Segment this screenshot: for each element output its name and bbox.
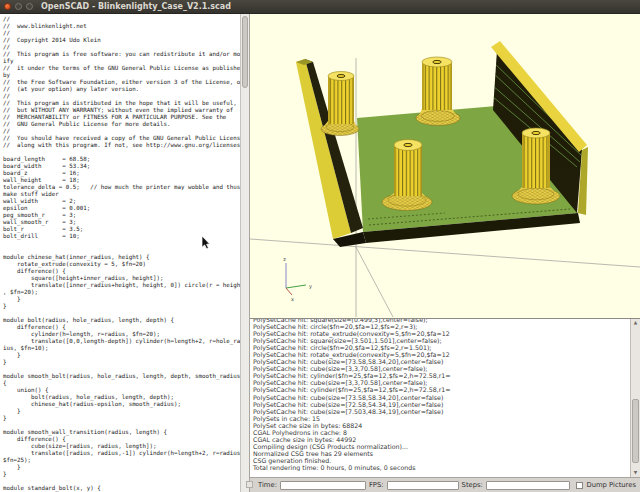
code-line: // <box>3 16 239 23</box>
code-line: module smooth_bolt(radius, hole_radius, … <box>3 373 239 380</box>
splitter-grip[interactable] <box>246 481 253 488</box>
mouse-cursor-icon <box>201 236 211 251</box>
viewport-panel: z y x <box>250 14 640 318</box>
editor-scrollbar-thumb[interactable] <box>242 16 248 88</box>
bolt-post-back-left <box>321 72 359 136</box>
code-line: wall_smooth_r = 3; <box>3 219 239 226</box>
code-line: } <box>3 464 239 471</box>
code-line: translate([radius, radius,-1]) cylinder(… <box>3 450 239 457</box>
code-line: } <box>3 471 239 478</box>
code-line: } <box>3 296 239 303</box>
console-line: Total rendering time: 0 hours, 0 minutes… <box>253 464 640 471</box>
console-output[interactable]: PolySetCache hit: square(size=[0.499,3],… <box>250 318 640 471</box>
console-line: PolySetCache hit: cube(size=[3,3,70.58],… <box>253 365 640 372</box>
code-line <box>3 310 239 317</box>
code-line: } <box>3 415 239 422</box>
console-line: CSG generation finished. <box>253 457 640 464</box>
console-scrollbar-thumb[interactable] <box>632 399 639 463</box>
code-line: // but WITHOUT ANY WARRANTY; without eve… <box>3 107 239 114</box>
console-line: Compiling design (CSG Products normaliza… <box>253 443 640 450</box>
code-line: translate([0,0,length-depth]) cylinder(h… <box>3 338 239 345</box>
console-line: PolySetCache hit: cube(size=[3,3,70.58],… <box>253 379 640 386</box>
code-line: // (at your option) any later version. <box>3 86 239 93</box>
code-line: wall_width = 2; <box>3 198 239 205</box>
code-line <box>3 149 239 156</box>
console-line: PolySetCache hit: circle($fn=20,$fa=12,$… <box>253 344 640 351</box>
console-line: PolySetCache hit: cube(size=[7.503,48.34… <box>253 408 640 415</box>
console-scrollbar[interactable]: ▲ ▼ <box>630 319 640 477</box>
code-line: } <box>3 408 239 415</box>
code-line: epsilon = 0.001; <box>3 205 239 212</box>
case-model <box>296 41 588 247</box>
code-line <box>3 366 239 373</box>
console-line: PolySetCache hit: cylinder($fn=25,$fa=12… <box>253 372 640 379</box>
code-line: // www.blinkenlight.net <box>3 23 239 30</box>
code-line: make stuff wider <box>3 191 239 198</box>
code-line: bolt(radius, hole_radius, length, depth)… <box>3 394 239 401</box>
code-line: difference() { <box>3 324 239 331</box>
code-line: cylinder(h=length, r=radius, $fn=20); <box>3 331 239 338</box>
maximize-button[interactable] <box>26 3 33 10</box>
console-line: PolySetCache hit: cube(size=[72.58,54.34… <box>253 401 640 408</box>
code-line: module bolt(radius, hole_radius, length,… <box>3 317 239 324</box>
console-line: PolySetCache hit: circle($fn=20,$fa=12,$… <box>253 323 640 330</box>
code-line: union() { <box>3 387 239 394</box>
code-line: // <box>3 128 239 135</box>
fps-label: FPS: <box>369 481 384 489</box>
code-line: ify <box>3 58 239 65</box>
minimize-button[interactable] <box>15 3 22 10</box>
code-line: // <box>3 93 239 100</box>
window-titlebar: OpenSCAD - Blinkenlighty_Case_V2.1.scad <box>0 0 640 14</box>
code-line: // the Free Software Foundation, either … <box>3 79 239 86</box>
code-line: module chinese_hat(inner_radius, height)… <box>3 254 239 261</box>
3d-viewport[interactable]: z y x <box>250 14 640 318</box>
code-line: translate([inner_radius+height, height, … <box>3 282 239 289</box>
close-button[interactable] <box>4 3 11 10</box>
time-input[interactable] <box>280 481 366 490</box>
console-line: CGAL Polyhedrons in cache: 8 <box>253 429 640 436</box>
code-editor[interactable]: //// www.blinkenlight.net//// Copyright … <box>0 14 249 492</box>
code-line <box>3 478 239 485</box>
scroll-up-icon[interactable]: ▲ <box>631 319 640 327</box>
console-line: PolySetCache hit: cylinder($fn=25,$fa=12… <box>253 386 640 393</box>
console-line: PolySets in cache: 15 <box>253 415 640 422</box>
animation-bar: Time: FPS: Steps: Dump Pictures <box>250 477 640 492</box>
code-line: peg_smooth_r = 3; <box>3 212 239 219</box>
code-line: , $fn=20); <box>3 289 239 296</box>
console-panel: PolySetCache hit: square(size=[0.499,3],… <box>250 318 640 477</box>
steps-input[interactable] <box>486 481 570 490</box>
openscad-window: { "titlebar": { "title": "OpenSCAD - Bli… <box>0 0 640 492</box>
code-line: board_z = 16; <box>3 170 239 177</box>
code-line: } <box>3 359 239 366</box>
steps-label: Steps: <box>462 481 483 489</box>
code-line: $fn=25); <box>3 457 239 464</box>
code-line: difference() { <box>3 268 239 275</box>
code-line: cube(size=[radius, radius, length]); <box>3 443 239 450</box>
code-line: bolt_r = 3.5; <box>3 226 239 233</box>
dump-pictures-checkbox[interactable] <box>576 482 583 489</box>
code-line: } <box>3 352 239 359</box>
code-line: // This program is distributed in the ho… <box>3 100 239 107</box>
time-label: Time: <box>258 481 277 489</box>
console-line: PolySet cache size in bytes: 68824 <box>253 422 640 429</box>
editor-scrollbar[interactable] <box>240 14 249 492</box>
console-line: PolySetCache hit: cube(size=[73.58,58.34… <box>253 358 640 365</box>
code-line: // Copyright 2014 Udo Klein <box>3 37 239 44</box>
code-line <box>3 422 239 429</box>
window-title: OpenSCAD - Blinkenlighty_Case_V2.1.scad <box>41 2 231 11</box>
console-line: PolySetCache hit: square(size=[3.501,1.5… <box>253 337 640 344</box>
code-line: board_width = 53.34; <box>3 163 239 170</box>
code-line: rotate_extrude(convexity = 5, $fn=20) <box>3 261 239 268</box>
bolt-post-back-right <box>416 57 460 126</box>
right-panel: z y x PolySetCache hit: square(size=[0.4… <box>250 14 640 492</box>
code-line: { <box>3 380 239 387</box>
fps-input[interactable] <box>387 481 459 490</box>
console-line: Normalized CSG tree has 29 elements <box>253 450 640 457</box>
code-line: // MERCHANTABILITY or FITNESS FOR A PART… <box>3 114 239 121</box>
scroll-down-icon[interactable]: ▼ <box>631 469 640 477</box>
code-line: // it under the terms of the GNU General… <box>3 65 239 72</box>
code-line: // <box>3 44 239 51</box>
code-line: board_length = 68.58; <box>3 156 239 163</box>
code-line: // <box>3 30 239 37</box>
code-line: // GNU General Public License for more d… <box>3 121 239 128</box>
